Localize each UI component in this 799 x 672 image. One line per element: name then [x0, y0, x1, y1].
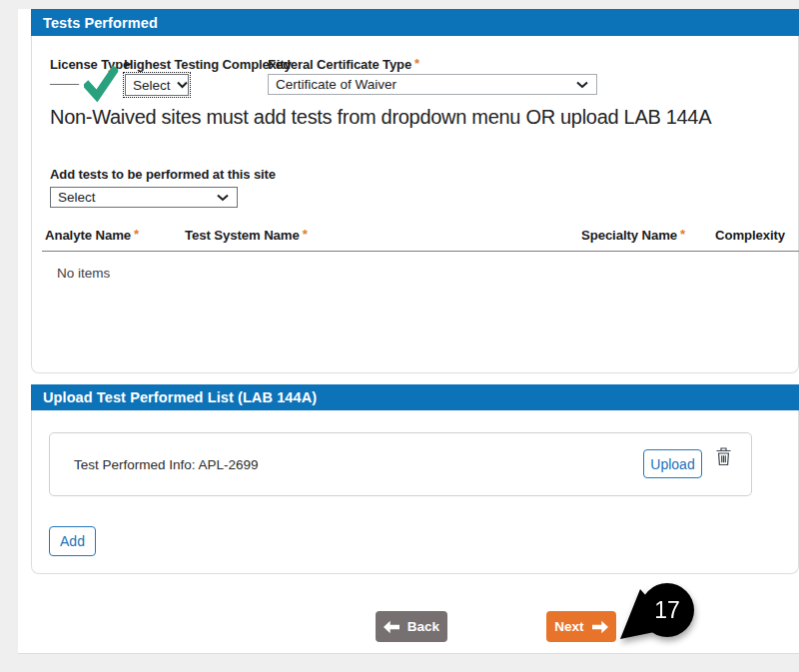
column-header-specialty-name: Specialty Name* — [581, 228, 685, 243]
chevron-down-icon — [177, 81, 188, 89]
add-tests-select[interactable]: Select — [50, 187, 238, 208]
required-asterisk: * — [134, 227, 139, 242]
arrow-right-icon — [592, 620, 608, 634]
page: Tests Performed License Type —— Highest … — [0, 0, 799, 672]
required-asterisk: * — [414, 56, 419, 71]
add-tests-label: Add tests to be performed at this site — [50, 167, 276, 182]
federal-certificate-type-label: Federal Certificate Type* — [268, 57, 419, 72]
select-value: Select — [58, 190, 96, 205]
delete-button[interactable] — [712, 445, 734, 469]
section-title: Tests Performed — [43, 15, 158, 31]
chevron-down-icon — [217, 194, 229, 202]
test-performed-info: Test Performed Info: APL-2699 — [74, 457, 259, 472]
add-button[interactable]: Add — [49, 526, 96, 556]
federal-certificate-type-select[interactable]: Certificate of Waiver — [268, 74, 597, 95]
section-title: Upload Test Performed List (LAB 144A) — [43, 389, 317, 405]
required-asterisk: * — [680, 227, 685, 242]
checkmark-icon — [84, 66, 118, 102]
empty-table-text: No items — [57, 266, 110, 281]
table-header-divider — [42, 251, 799, 252]
trash-icon — [715, 446, 732, 466]
column-header-test-system-name: Test System Name* — [185, 228, 308, 243]
step-number: 17 — [654, 597, 680, 623]
chevron-down-icon — [576, 81, 588, 89]
back-button[interactable]: Back — [376, 611, 447, 642]
select-value: Select — [133, 78, 171, 93]
highest-testing-complexity-label: Highest Testing Complexity — [124, 57, 292, 72]
next-label: Next — [554, 619, 583, 634]
upload-section-header: Upload Test Performed List (LAB 144A) — [31, 384, 799, 410]
next-button[interactable]: Next — [546, 611, 616, 642]
non-waived-message: Non-Waived sites must add tests from dro… — [50, 106, 711, 129]
upload-button[interactable]: Upload — [643, 449, 702, 478]
license-type-value: —— — [50, 74, 78, 91]
column-header-analyte-name: Analyte Name* — [45, 228, 139, 243]
back-label: Back — [407, 619, 439, 634]
required-asterisk: * — [303, 227, 308, 242]
column-header-complexity: Complexity — [715, 228, 785, 243]
upload-row-card: Test Performed Info: APL-2699 Upload — [49, 432, 752, 496]
tests-performed-header: Tests Performed — [31, 9, 799, 36]
step-callout: 17 — [616, 582, 700, 644]
select-value: Certificate of Waiver — [276, 77, 397, 92]
arrow-left-icon — [384, 620, 400, 634]
highest-testing-complexity-select[interactable]: Select — [125, 74, 189, 96]
